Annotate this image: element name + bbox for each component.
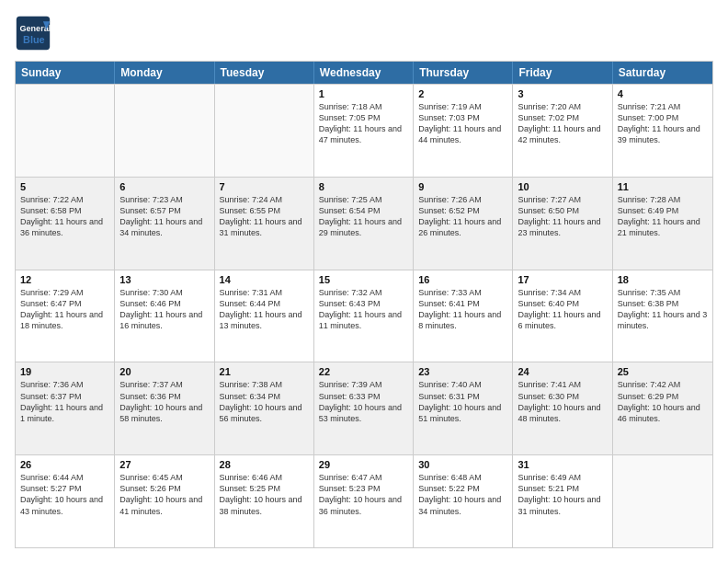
day-info: Sunrise: 6:47 AM Sunset: 5:23 PM Dayligh… xyxy=(319,472,408,517)
day-info: Sunrise: 7:22 AM Sunset: 6:58 PM Dayligh… xyxy=(20,194,109,239)
day-info: Sunrise: 7:42 AM Sunset: 6:29 PM Dayligh… xyxy=(618,379,708,424)
day-info: Sunrise: 7:29 AM Sunset: 6:47 PM Dayligh… xyxy=(20,287,109,332)
day-cell-1: 1Sunrise: 7:18 AM Sunset: 7:05 PM Daylig… xyxy=(314,85,414,177)
calendar-row-1: 5Sunrise: 7:22 AM Sunset: 6:58 PM Daylig… xyxy=(16,177,712,270)
day-cell-21: 21Sunrise: 7:38 AM Sunset: 6:34 PM Dayli… xyxy=(215,362,314,454)
day-cell-9: 9Sunrise: 7:26 AM Sunset: 6:52 PM Daylig… xyxy=(414,178,513,270)
day-cell-20: 20Sunrise: 7:37 AM Sunset: 6:36 PM Dayli… xyxy=(115,362,214,454)
day-number: 4 xyxy=(618,88,708,99)
empty-cell-0-0 xyxy=(16,85,115,177)
day-info: Sunrise: 7:24 AM Sunset: 6:55 PM Dayligh… xyxy=(220,194,309,239)
day-info: Sunrise: 7:27 AM Sunset: 6:50 PM Dayligh… xyxy=(518,194,607,239)
day-cell-10: 10Sunrise: 7:27 AM Sunset: 6:50 PM Dayli… xyxy=(513,178,612,270)
logo-icon: General Blue xyxy=(15,15,51,52)
calendar: SundayMondayTuesdayWednesdayThursdayFrid… xyxy=(15,61,713,548)
day-info: Sunrise: 7:30 AM Sunset: 6:46 PM Dayligh… xyxy=(119,287,209,332)
calendar-row-0: 1Sunrise: 7:18 AM Sunset: 7:05 PM Daylig… xyxy=(16,84,712,177)
day-number: 14 xyxy=(220,274,309,285)
day-info: Sunrise: 6:45 AM Sunset: 5:26 PM Dayligh… xyxy=(119,472,209,517)
day-number: 25 xyxy=(618,366,708,377)
calendar-body: 1Sunrise: 7:18 AM Sunset: 7:05 PM Daylig… xyxy=(16,84,712,547)
day-cell-13: 13Sunrise: 7:30 AM Sunset: 6:46 PM Dayli… xyxy=(115,270,214,362)
page: General Blue SundayMondayTuesdayWednesda… xyxy=(0,0,728,563)
day-info: Sunrise: 6:49 AM Sunset: 5:21 PM Dayligh… xyxy=(518,472,607,517)
empty-cell-4-6 xyxy=(613,455,712,547)
day-cell-14: 14Sunrise: 7:31 AM Sunset: 6:44 PM Dayli… xyxy=(215,270,314,362)
day-info: Sunrise: 7:31 AM Sunset: 6:44 PM Dayligh… xyxy=(220,287,309,332)
day-number: 20 xyxy=(119,366,209,377)
day-cell-16: 16Sunrise: 7:33 AM Sunset: 6:41 PM Dayli… xyxy=(414,270,513,362)
day-number: 7 xyxy=(220,181,309,192)
svg-text:Blue: Blue xyxy=(23,34,45,45)
day-info: Sunrise: 7:25 AM Sunset: 6:54 PM Dayligh… xyxy=(319,194,408,239)
calendar-row-3: 19Sunrise: 7:36 AM Sunset: 6:37 PM Dayli… xyxy=(16,362,712,454)
day-number: 23 xyxy=(418,366,507,377)
weekday-header-monday: Monday xyxy=(115,62,214,84)
day-info: Sunrise: 7:21 AM Sunset: 7:00 PM Dayligh… xyxy=(618,101,708,146)
day-info: Sunrise: 7:34 AM Sunset: 6:40 PM Dayligh… xyxy=(518,287,607,332)
day-number: 22 xyxy=(319,366,408,377)
day-number: 12 xyxy=(20,274,109,285)
weekday-header-thursday: Thursday xyxy=(414,62,513,84)
day-number: 11 xyxy=(618,181,708,192)
day-info: Sunrise: 7:32 AM Sunset: 6:43 PM Dayligh… xyxy=(319,287,408,332)
day-number: 1 xyxy=(319,88,408,99)
day-info: Sunrise: 7:38 AM Sunset: 6:34 PM Dayligh… xyxy=(220,379,309,424)
day-cell-29: 29Sunrise: 6:47 AM Sunset: 5:23 PM Dayli… xyxy=(314,455,414,547)
day-info: Sunrise: 7:20 AM Sunset: 7:02 PM Dayligh… xyxy=(518,101,607,146)
day-number: 24 xyxy=(518,366,607,377)
day-number: 27 xyxy=(119,459,209,470)
day-info: Sunrise: 7:35 AM Sunset: 6:38 PM Dayligh… xyxy=(618,287,708,332)
weekday-header-sunday: Sunday xyxy=(16,62,115,84)
day-number: 13 xyxy=(119,274,209,285)
weekday-header-friday: Friday xyxy=(513,62,612,84)
day-cell-17: 17Sunrise: 7:34 AM Sunset: 6:40 PM Dayli… xyxy=(513,270,612,362)
day-info: Sunrise: 7:19 AM Sunset: 7:03 PM Dayligh… xyxy=(418,101,507,146)
day-cell-7: 7Sunrise: 7:24 AM Sunset: 6:55 PM Daylig… xyxy=(215,178,314,270)
day-info: Sunrise: 6:44 AM Sunset: 5:27 PM Dayligh… xyxy=(20,472,109,517)
day-number: 5 xyxy=(20,181,109,192)
day-cell-18: 18Sunrise: 7:35 AM Sunset: 6:38 PM Dayli… xyxy=(613,270,712,362)
day-cell-6: 6Sunrise: 7:23 AM Sunset: 6:57 PM Daylig… xyxy=(115,178,214,270)
day-number: 6 xyxy=(119,181,209,192)
day-cell-25: 25Sunrise: 7:42 AM Sunset: 6:29 PM Dayli… xyxy=(613,362,712,454)
empty-cell-0-2 xyxy=(215,85,314,177)
day-info: Sunrise: 6:48 AM Sunset: 5:22 PM Dayligh… xyxy=(418,472,507,517)
day-cell-8: 8Sunrise: 7:25 AM Sunset: 6:54 PM Daylig… xyxy=(314,178,414,270)
day-cell-27: 27Sunrise: 6:45 AM Sunset: 5:26 PM Dayli… xyxy=(115,455,214,547)
day-number: 9 xyxy=(418,181,507,192)
day-cell-12: 12Sunrise: 7:29 AM Sunset: 6:47 PM Dayli… xyxy=(16,270,115,362)
day-cell-22: 22Sunrise: 7:39 AM Sunset: 6:33 PM Dayli… xyxy=(314,362,414,454)
day-info: Sunrise: 7:37 AM Sunset: 6:36 PM Dayligh… xyxy=(119,379,209,424)
day-cell-28: 28Sunrise: 6:46 AM Sunset: 5:25 PM Dayli… xyxy=(215,455,314,547)
day-cell-3: 3Sunrise: 7:20 AM Sunset: 7:02 PM Daylig… xyxy=(513,85,612,177)
day-info: Sunrise: 7:28 AM Sunset: 6:49 PM Dayligh… xyxy=(618,194,708,239)
day-info: Sunrise: 7:40 AM Sunset: 6:31 PM Dayligh… xyxy=(418,379,507,424)
day-number: 26 xyxy=(20,459,109,470)
day-number: 28 xyxy=(220,459,309,470)
day-number: 29 xyxy=(319,459,408,470)
day-cell-23: 23Sunrise: 7:40 AM Sunset: 6:31 PM Dayli… xyxy=(414,362,513,454)
logo: General Blue xyxy=(15,15,57,52)
day-number: 31 xyxy=(518,459,607,470)
weekday-header-tuesday: Tuesday xyxy=(215,62,314,84)
day-info: Sunrise: 7:41 AM Sunset: 6:30 PM Dayligh… xyxy=(518,379,607,424)
calendar-header: SundayMondayTuesdayWednesdayThursdayFrid… xyxy=(16,62,712,84)
day-cell-15: 15Sunrise: 7:32 AM Sunset: 6:43 PM Dayli… xyxy=(314,270,414,362)
day-number: 3 xyxy=(518,88,607,99)
day-cell-19: 19Sunrise: 7:36 AM Sunset: 6:37 PM Dayli… xyxy=(16,362,115,454)
header: General Blue xyxy=(15,15,713,52)
day-number: 18 xyxy=(618,274,708,285)
day-cell-4: 4Sunrise: 7:21 AM Sunset: 7:00 PM Daylig… xyxy=(613,85,712,177)
day-cell-26: 26Sunrise: 6:44 AM Sunset: 5:27 PM Dayli… xyxy=(16,455,115,547)
day-cell-24: 24Sunrise: 7:41 AM Sunset: 6:30 PM Dayli… xyxy=(513,362,612,454)
weekday-header-saturday: Saturday xyxy=(613,62,712,84)
day-info: Sunrise: 7:36 AM Sunset: 6:37 PM Dayligh… xyxy=(20,379,109,424)
day-info: Sunrise: 7:33 AM Sunset: 6:41 PM Dayligh… xyxy=(418,287,507,332)
day-number: 16 xyxy=(418,274,507,285)
day-number: 8 xyxy=(319,181,408,192)
calendar-row-2: 12Sunrise: 7:29 AM Sunset: 6:47 PM Dayli… xyxy=(16,270,712,362)
day-number: 15 xyxy=(319,274,408,285)
day-number: 19 xyxy=(20,366,109,377)
day-number: 2 xyxy=(418,88,507,99)
